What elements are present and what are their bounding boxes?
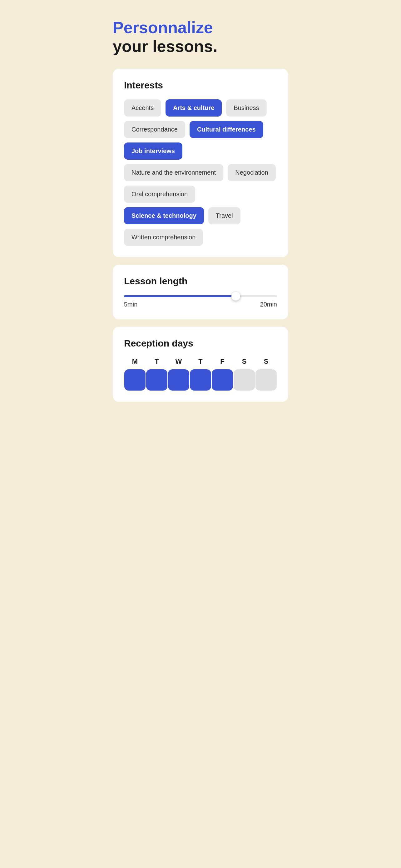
- lesson-length-card: Lesson length 5min 20min: [113, 265, 288, 319]
- slider-track: [124, 295, 277, 297]
- reception-days-title: Reception days: [124, 338, 277, 349]
- day-box[interactable]: [212, 369, 233, 391]
- day-box[interactable]: [168, 369, 189, 391]
- interest-tag[interactable]: Cultural differences: [190, 121, 263, 138]
- days-header: MTWTFSS: [124, 358, 277, 366]
- day-box[interactable]: [146, 369, 167, 391]
- interest-tag[interactable]: Nature and the environnement: [124, 164, 223, 181]
- interest-tag[interactable]: Arts & culture: [166, 99, 222, 117]
- day-label: M: [126, 358, 144, 366]
- day-label: S: [235, 358, 254, 366]
- lesson-length-title: Lesson length: [124, 276, 277, 286]
- interest-tag[interactable]: Business: [226, 99, 266, 117]
- interests-card: Interests AccentsArts & cultureBusinessC…: [113, 69, 288, 257]
- day-label: T: [147, 358, 166, 366]
- slider-thumb[interactable]: [231, 292, 240, 301]
- interest-tag[interactable]: Correspondance: [124, 121, 185, 138]
- day-label: W: [169, 358, 188, 366]
- interests-title: Interests: [124, 80, 277, 91]
- interest-tag[interactable]: Negociation: [228, 164, 276, 181]
- slider-labels: 5min 20min: [124, 301, 277, 308]
- day-box[interactable]: [190, 369, 211, 391]
- days-row[interactable]: [124, 369, 277, 391]
- day-box[interactable]: [234, 369, 255, 391]
- interest-tag[interactable]: Oral comprehension: [124, 186, 195, 203]
- interests-grid: AccentsArts & cultureBusinessCorresponda…: [124, 99, 277, 246]
- page-title: Personnalize your lessons.: [113, 19, 288, 56]
- slider-min-label: 5min: [124, 301, 137, 308]
- day-box[interactable]: [256, 369, 277, 391]
- title-highlight: Personnalize: [113, 19, 288, 36]
- lesson-length-slider-container[interactable]: [124, 295, 277, 297]
- day-label: F: [213, 358, 232, 366]
- interest-tag[interactable]: Travel: [208, 207, 240, 224]
- title-subtitle: your lessons.: [113, 36, 288, 56]
- slider-max-label: 20min: [260, 301, 277, 308]
- interest-tag[interactable]: Written comprehension: [124, 229, 203, 246]
- day-label: S: [257, 358, 275, 366]
- day-label: T: [191, 358, 210, 366]
- day-box[interactable]: [124, 369, 145, 391]
- slider-fill: [124, 295, 236, 297]
- interest-tag[interactable]: Science & technology: [124, 207, 204, 224]
- reception-days-card: Reception days MTWTFSS: [113, 327, 288, 402]
- interest-tag[interactable]: Accents: [124, 99, 161, 117]
- interest-tag[interactable]: Job interviews: [124, 143, 182, 160]
